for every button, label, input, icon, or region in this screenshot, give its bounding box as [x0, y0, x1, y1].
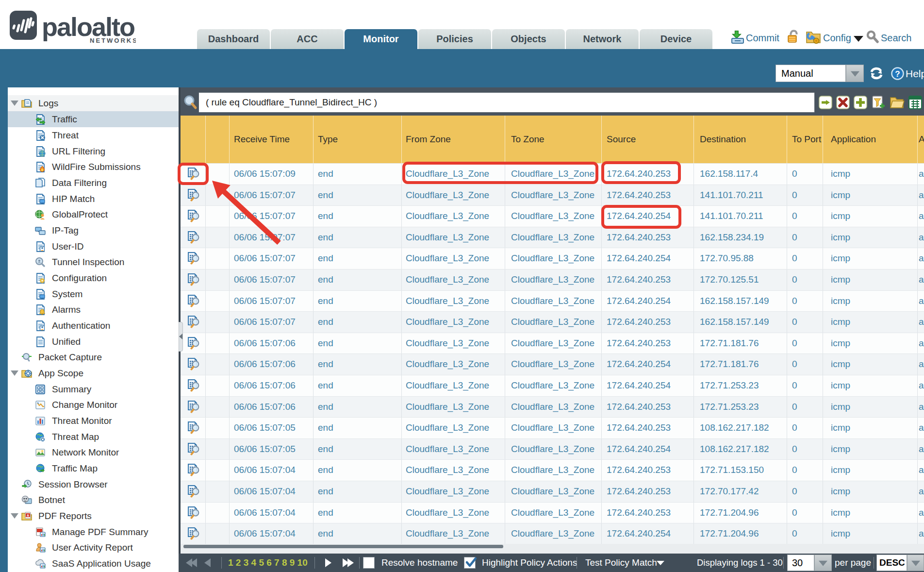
svg-text:NETWORKS®: NETWORKS® — [90, 37, 136, 44]
svg-text:?: ? — [895, 69, 900, 79]
svg-text:A: A — [27, 514, 29, 517]
